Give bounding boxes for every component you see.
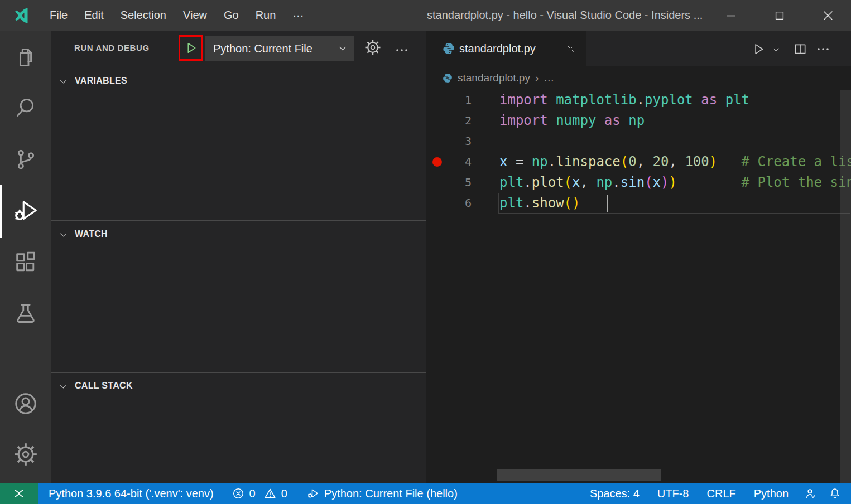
testing-icon [13,301,39,326]
ellipsis-icon [395,43,408,57]
explorer-icon [13,45,39,70]
editor-group: standardplot.py [426,31,851,483]
section-variables[interactable]: VARIABLES [51,71,426,90]
run-options-chevron[interactable] [772,46,780,54]
sidebar-item-search[interactable] [0,82,51,133]
section-call-stack[interactable]: CALL STACK [51,376,426,395]
tab-strip: standardplot.py [426,31,851,66]
run-debug-icon [12,197,40,225]
sidebar-item-source-control[interactable] [0,134,51,185]
code-text: import matplotlib.pyplot as plt [499,90,749,110]
start-debugging-button[interactable] [183,40,199,56]
window-title: standardplot.py - hello - Visual Studio … [427,0,711,31]
code-text: import numpy as np [499,110,645,131]
status-indentation[interactable]: Spaces: 4 [585,483,645,504]
run-python-file-button[interactable] [751,42,766,56]
search-icon [13,95,39,120]
status-encoding[interactable]: UTF-8 [652,483,694,504]
activity-bar [0,31,51,483]
section-divider [51,220,426,221]
menu-view[interactable]: View [175,0,215,31]
feedback-icon [804,487,818,501]
start-debugging-icon [183,40,199,56]
chevron-down-icon [59,77,68,86]
debug-config-dropdown[interactable]: Python: Current File [205,36,354,61]
vertical-scrollbar[interactable] [840,90,851,483]
warning-count: 0 [281,483,287,504]
section-label: VARIABLES [75,76,127,86]
views-more-actions-button[interactable] [395,43,408,57]
breadcrumb-file[interactable]: standardplot.py [458,72,530,84]
vscode-window: FileEditSelectionViewGoRun··· standardpl… [0,0,851,504]
sidebar-item-testing[interactable] [0,288,51,339]
chevron-down-icon [59,230,68,240]
menu-file[interactable]: File [41,0,76,31]
breadcrumb-chevron-icon: › [535,72,539,84]
breakpoint-dot[interactable] [432,157,442,167]
editor-more-actions-button[interactable] [816,42,830,56]
code-line-6[interactable]: 6plt.show() [426,193,851,214]
sidebar-item-explorer[interactable] [0,32,51,83]
vscode-insiders-logo [12,7,29,24]
sidebar-item-run-and-debug[interactable] [0,185,51,236]
code-line-5[interactable]: 5plt.plot(x, np.sin(x)) # Plot the sin [426,172,851,193]
close-button[interactable] [812,0,844,31]
breadcrumb-symbol[interactable]: … [544,72,554,84]
extensions-icon [13,249,39,275]
gear-icon [13,442,38,467]
section-watch[interactable]: WATCH [51,225,426,244]
menu-run[interactable]: Run [247,0,285,31]
split-editor-button[interactable] [793,42,807,56]
status-problems[interactable]: 0 0 [227,483,292,504]
maximize-button[interactable] [764,0,795,31]
remote-icon [12,486,26,501]
notifications-button[interactable] [823,483,847,504]
tab-standardplot[interactable]: standardplot.py [426,31,586,66]
status-python-interpreter[interactable]: Python 3.9.6 64-bit ('.venv': venv) [44,483,219,504]
menu-more[interactable]: ··· [284,0,312,31]
panel-title: RUN AND DEBUG [74,43,150,52]
code-line-3[interactable]: 3 [426,131,851,152]
python-icon [443,73,453,83]
code-text: plt.plot(x, np.sin(x)) # Plot the sin [499,172,851,193]
ellipsis-icon [816,42,830,56]
source-control-icon [13,147,39,172]
sidebar-item-manage[interactable] [0,429,51,480]
debug-settings-button[interactable] [364,39,381,56]
status-debug-config[interactable]: Python: Current File (hello) [301,483,463,504]
code-line-2[interactable]: 2import numpy as np [426,110,851,131]
status-eol[interactable]: CRLF [702,483,741,504]
close-icon[interactable] [566,45,575,53]
title-bar: FileEditSelectionViewGoRun··· standardpl… [0,0,851,31]
line-number: 1 [448,90,472,110]
code-line-1[interactable]: 1import matplotlib.pyplot as plt [426,90,851,110]
chevron-down-icon [337,43,354,54]
section-label: WATCH [75,229,108,239]
line-number: 5 [448,172,472,193]
horizontal-scrollbar[interactable] [497,469,661,481]
status-bar: Python 3.9.6 64-bit ('.venv': venv) 0 0 … [0,483,851,504]
menu-go[interactable]: Go [215,0,247,31]
code-line-4[interactable]: 4x = np.linspace(0, 20, 100) # Create a … [426,152,851,172]
error-count: 0 [249,483,256,504]
line-number: 2 [448,110,472,131]
menu-bar: FileEditSelectionViewGoRun··· [41,0,312,31]
menu-selection[interactable]: Selection [112,0,175,31]
sidebar-item-extensions[interactable] [0,236,51,288]
code-text: plt.show() [499,193,580,214]
section-divider [51,372,426,373]
remote-indicator[interactable] [0,483,38,504]
breadcrumb[interactable]: standardplot.py › … [426,66,851,90]
sidebar-item-accounts[interactable] [0,378,51,429]
error-icon [232,487,245,500]
gear-icon [364,39,381,56]
status-language[interactable]: Python [749,483,794,504]
code-text: x = np.linspace(0, 20, 100) # Create a l… [499,152,851,172]
run-and-debug-panel: RUN AND DEBUG Python: Current File [51,31,426,483]
chevron-down-icon [59,382,68,391]
feedback-button[interactable] [799,483,823,504]
annotation-highlight-box [179,35,203,61]
minimize-button[interactable] [715,0,747,31]
menu-edit[interactable]: Edit [76,0,112,31]
section-label: CALL STACK [75,381,133,391]
